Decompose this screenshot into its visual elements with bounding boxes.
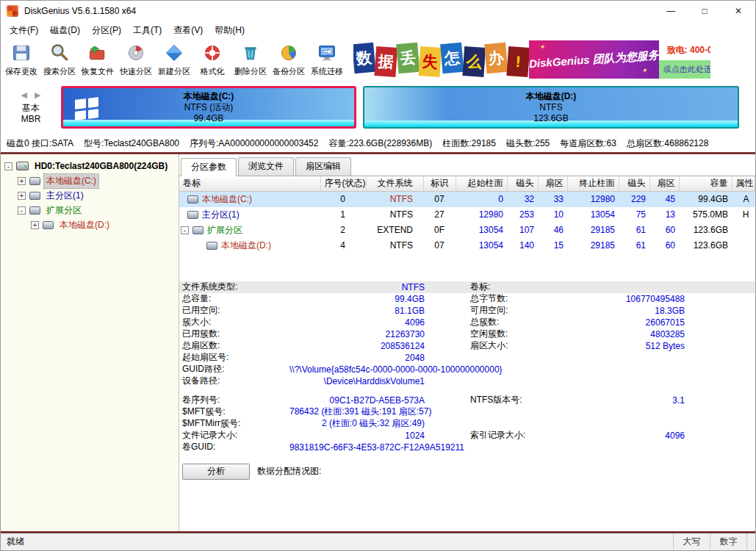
toolbar-label: 快速分区 [120, 66, 152, 77]
toolbar-label: 备份分区 [273, 66, 305, 77]
collapse-expander-icon[interactable]: - [18, 206, 26, 215]
detail-value: 99.4GB [289, 294, 425, 304]
detail-value: 208536124 [289, 341, 425, 351]
col-header-sector2[interactable]: 扇区 [649, 176, 679, 191]
cell-start-cyl: 0 [456, 191, 507, 207]
tab-sector-edit[interactable]: 扇区编辑 [295, 157, 351, 176]
detail-value: 18.3GB [560, 306, 685, 316]
new-partition-button[interactable]: 新建分区 [155, 40, 193, 79]
detail-row: 设备路径:\Device\HarddiskVolume1 [179, 375, 755, 387]
disk-info-item: 柱面数:29185 [442, 137, 496, 150]
tree-item-label: 本地磁盘(D:) [57, 218, 112, 232]
cell-end-sec: 13 [649, 207, 679, 223]
menu-tools[interactable]: 工具(T) [127, 22, 168, 39]
col-header-volume[interactable]: 卷标 [179, 176, 320, 191]
partition-icon [29, 177, 40, 185]
system-migration-button[interactable]: 系统迁移 [308, 40, 346, 79]
tree-item-primary-partition[interactable]: + 主分区(1) [1, 188, 179, 203]
expand-expander-icon[interactable]: + [18, 192, 26, 200]
search-partition-button[interactable]: 搜索分区 [40, 40, 79, 79]
detail-label: 可用空间: [470, 305, 560, 317]
banner-char: 数 [353, 43, 376, 73]
detail-label: 总容量: [182, 293, 289, 305]
system-migration-icon [317, 43, 337, 65]
detail-row: 簇大小:4096总簇数:26067015 [179, 317, 755, 328]
tree-item-local-disk-c[interactable]: + 本地磁盘(C:) [1, 173, 179, 188]
tab-partition-params[interactable]: 分区参数 [181, 158, 237, 176]
cell-attr [732, 238, 755, 253]
main-area: - HD0:Teclast240GBA800(224GB) + 本地磁盘(C:)… [1, 154, 755, 531]
minimize-button[interactable]: — [654, 1, 688, 21]
maximize-button[interactable]: □ [688, 1, 721, 21]
delete-partition-button[interactable]: 删除分区 [231, 40, 270, 79]
tree-item-extended-partition[interactable]: - 扩展分区 [1, 203, 179, 217]
col-header-start-cyl[interactable]: 起始柱面 [456, 176, 507, 191]
expand-expander-icon[interactable]: + [31, 221, 39, 229]
save-changes-button[interactable]: 保存更改 [2, 40, 40, 79]
col-header-head[interactable]: 磁头 [507, 176, 538, 191]
cell-start-cyl: 13054 [456, 223, 507, 238]
cell-start-sec: 46 [538, 223, 567, 238]
menu-partition[interactable]: 分区(P) [86, 22, 127, 39]
format-button[interactable]: 格式化 [193, 40, 231, 79]
col-header-attr[interactable]: 属性 [732, 176, 755, 191]
new-partition-icon [164, 43, 184, 65]
table-row-local-disk-d[interactable]: 本地磁盘(D:) 4 NTFS 07 13054 140 15 29185 61… [179, 238, 755, 253]
quick-partition-button[interactable]: 快速分区 [117, 40, 155, 79]
col-header-seq[interactable]: 序号(状态) [320, 176, 366, 191]
collapse-expander-icon[interactable]: - [4, 162, 12, 170]
collapse-expander-icon[interactable]: - [181, 226, 189, 234]
tree-item-label: 扩展分区 [44, 204, 84, 217]
quick-partition-icon [126, 43, 146, 65]
cell-end-head: 61 [619, 223, 649, 238]
detail-value: \\?\Volume{a58fc54c-0000-0000-0000-10000… [289, 364, 498, 375]
detail-label: 起始扇区号: [182, 352, 289, 364]
partition-bar-d[interactable]: 本地磁盘(D:) NTFS 123.6GB [363, 86, 739, 129]
menu-view[interactable]: 查看(V) [168, 22, 209, 39]
detail-label: $MFT簇号: [182, 406, 289, 418]
partition-bar-c[interactable]: 本地磁盘(C:) NTFS (活动) 99.4GB [61, 86, 356, 129]
expand-expander-icon[interactable]: + [18, 177, 26, 185]
window-controls: — □ ✕ [654, 1, 755, 21]
promo-banner[interactable]: 数 据 丢 失 怎 么 办 ! ✦ DiskGenius 团队为您服务 ✦ 致电… [353, 40, 710, 79]
table-row-extended-partition[interactable]: -扩展分区 2 EXTEND 0F 13054 107 46 29185 61 … [179, 223, 755, 238]
cell-capacity: 99.4GB [679, 191, 732, 207]
table-row-local-disk-c[interactable]: 本地磁盘(C:) 0 NTFS 07 0 32 33 12980 229 45 … [179, 191, 755, 207]
detail-label: GUID路径: [182, 364, 289, 375]
banner-qq-link[interactable]: 或点击此处选择QQ咨询 [659, 60, 710, 79]
cell-start-head: 107 [507, 223, 538, 238]
next-disk-arrow[interactable]: ▶ [31, 90, 44, 99]
detail-label: 卷GUID: [182, 442, 289, 453]
status-numlock-indicator: 数字 [710, 533, 746, 550]
col-header-id[interactable]: 标识 [423, 176, 456, 191]
tree-item-local-disk-d[interactable]: + 本地磁盘(D:) [1, 217, 179, 232]
col-header-filesystem[interactable]: 文件系统 [366, 176, 423, 191]
detail-value: 81.1GB [289, 306, 425, 316]
detail-value: 786432 (柱面:391 磁头:191 扇区:57) [289, 406, 431, 418]
col-header-head2[interactable]: 磁头 [619, 176, 649, 191]
menu-help[interactable]: 帮助(H) [209, 22, 251, 39]
analyze-button[interactable]: 分析 [182, 464, 250, 480]
cell-volume: 本地磁盘(C:) [202, 193, 252, 206]
backup-partition-button[interactable]: 备份分区 [270, 40, 308, 79]
col-header-capacity[interactable]: 容量 [679, 176, 732, 191]
disk-info-item: 总扇区数:468862128 [627, 137, 708, 150]
cell-filesystem: NTFS [366, 191, 423, 207]
detail-value: 1024 [289, 431, 425, 441]
menu-file[interactable]: 文件(F) [4, 22, 44, 39]
table-row-primary-partition[interactable]: 主分区(1) 1 NTFS 27 12980 253 10 13054 75 1… [179, 207, 755, 223]
close-button[interactable]: ✕ [721, 1, 755, 21]
menu-disk[interactable]: 磁盘(D) [44, 22, 86, 39]
cell-filesystem: NTFS [366, 238, 423, 253]
detail-label: 文件记录大小: [182, 430, 289, 442]
col-header-sector[interactable]: 扇区 [538, 176, 567, 191]
detail-value: 106770495488 [560, 294, 685, 304]
prev-disk-arrow[interactable]: ◀ [18, 90, 31, 99]
recover-files-button[interactable]: 恢复文件 [79, 40, 117, 79]
partition-icon [187, 211, 198, 219]
tree-root-hd0[interactable]: - HD0:Teclast240GBA800(224GB) [1, 159, 179, 173]
banner-team-text: ✦ DiskGenius 团队为您服务 ✦ [529, 40, 659, 79]
detail-row: 已用簇数:21263730空闲簇数:4803285 [179, 328, 755, 340]
col-header-end-cyl[interactable]: 终止柱面 [567, 176, 619, 191]
tab-browse-files[interactable]: 浏览文件 [238, 157, 294, 176]
